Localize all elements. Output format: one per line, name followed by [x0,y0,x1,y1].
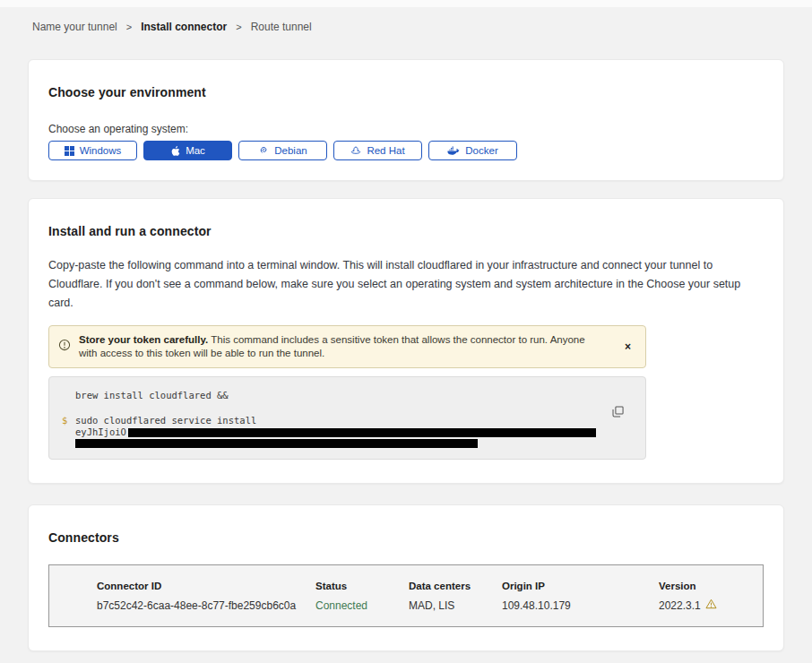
os-button-debian[interactable]: Debian [238,141,327,160]
connector-version: 2022.3.1 [659,598,763,612]
alert-circle-icon [58,339,71,355]
shell-prompt: $ [62,414,75,426]
page-top-strip [0,0,812,7]
breadcrumb-step-name-your-tunnel[interactable]: Name your tunnel [32,21,117,33]
token-prefix-text: eyJhIjoiO [75,426,126,438]
header-connector-id: Connector ID [97,581,315,591]
install-command-code-block: brew install cloudflared && $ sudo cloud… [48,376,646,460]
os-button-redhat[interactable]: Red Hat [333,141,422,160]
header-version: Version [659,581,763,591]
debian-icon [258,145,269,156]
code-line-sudo: $ sudo cloudflared service install [62,414,609,426]
docker-icon [447,146,460,156]
breadcrumb-step-install-connector[interactable]: Install connector [141,21,227,33]
copy-icon[interactable] [610,404,626,422]
breadcrumb-separator: > [126,22,132,32]
token-warning-title: Store your token carefully. [79,334,208,345]
environment-card-title: Choose your environment [48,85,764,99]
connector-origin-ip: 109.48.10.179 [502,599,659,612]
os-button-windows[interactable]: Windows [48,141,137,160]
code-line-token-2 [62,438,609,448]
install-card-title: Install and run a connector [48,224,764,238]
os-button-docker[interactable]: Docker [428,141,517,160]
connector-data-centers: MAD, LIS [409,599,502,612]
install-card-description: Copy-paste the following command into a … [48,256,764,313]
os-button-group: Windows Mac Debian Red Hat Docker [48,141,764,160]
warning-triangle-icon [705,598,717,612]
breadcrumb: Name your tunnel > Install connector > R… [32,21,780,33]
os-button-label: Debian [274,145,307,156]
connectors-table: Connector ID Status Data centers Origin … [48,564,764,627]
install-connector-card: Install and run a connector Copy-paste t… [28,198,784,484]
header-origin-ip: Origin IP [502,581,659,591]
connector-status-badge: Connected [315,599,409,612]
os-button-mac[interactable]: Mac [143,141,232,160]
token-warning-banner: Store your token carefully. This command… [48,325,646,368]
connector-version-value: 2022.3.1 [659,599,701,612]
connectors-card-title: Connectors [48,530,764,545]
header-status: Status [315,581,409,591]
redhat-icon [350,145,361,156]
connector-row: b7c52c42-6caa-48ee-8c77-fbe259cb6c0a Con… [97,598,763,612]
code-gutter [62,389,75,401]
os-button-label: Windows [80,145,122,156]
redacted-token-bar [75,439,478,448]
os-button-label: Red Hat [367,145,404,156]
code-text: sudo cloudflared service install [75,414,256,426]
header-data-centers: Data centers [409,581,502,591]
token-warning-text: Store your token carefully. This command… [79,333,613,360]
code-blank-line [62,401,609,414]
code-text: brew install cloudflared && [75,389,229,401]
connectors-card: Connectors Connector ID Status Data cent… [28,504,784,651]
redacted-token-bar [128,428,596,437]
os-button-label: Docker [465,145,497,156]
close-icon[interactable]: × [621,339,635,355]
connector-id-value: b7c52c42-6caa-48ee-8c77-fbe259cb6c0a [97,599,315,612]
code-gutter [62,438,75,448]
os-button-label: Mac [186,145,205,156]
connectors-table-header-row: Connector ID Status Data centers Origin … [97,581,763,591]
breadcrumb-separator: > [236,22,241,32]
os-select-label: Choose an operating system: [48,123,764,135]
breadcrumb-step-route-tunnel[interactable]: Route tunnel [251,21,312,33]
code-line-brew: brew install cloudflared && [62,389,609,401]
windows-icon [65,146,74,156]
environment-card: Choose your environment Choose an operat… [28,59,784,181]
code-line-token: eyJhIjoiO [62,426,609,438]
apple-icon [170,145,180,157]
